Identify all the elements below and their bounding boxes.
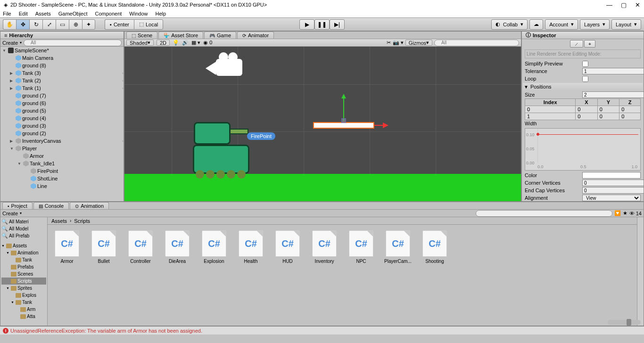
scene-viewport[interactable]: FirePoint	[124, 47, 521, 201]
hierarchy-tab[interactable]: ≡Hierarchy	[0, 32, 124, 39]
loop-check[interactable]	[582, 76, 588, 82]
project-folder[interactable]: Prefabs	[1, 263, 46, 270]
hierarchy-tree[interactable]: ▼SampleScene*Main Cameraground (8)▶Tank …	[0, 47, 124, 201]
project-folder[interactable]: ▼Sprites	[1, 285, 46, 292]
cloud-button[interactable]: ☁	[529, 19, 543, 30]
hierarchy-item[interactable]: ▼Tank_Idle1	[0, 160, 124, 167]
x-axis-arrow[interactable]	[374, 125, 384, 126]
favorite-item[interactable]: 🔍All Model	[1, 225, 46, 232]
rotate-tool[interactable]: ↻	[29, 19, 42, 30]
hierarchy-create[interactable]: Create	[2, 40, 18, 46]
alignment-select[interactable]: View	[582, 195, 641, 201]
add-point-button[interactable]: +	[584, 40, 595, 48]
positions-size-input[interactable]	[582, 91, 644, 98]
play-button[interactable]: ▶	[299, 19, 314, 30]
scale-tool[interactable]: ⤢	[42, 19, 56, 30]
scrollbar[interactable]	[637, 217, 644, 326]
width-curve[interactable]: 0.10 0.05 0.00 0.0 0.5 1.0	[525, 128, 641, 171]
hierarchy-item[interactable]: ShotLine	[0, 175, 124, 182]
transform-tool[interactable]: ⊕	[69, 19, 82, 30]
hand-tool[interactable]: ✋	[3, 19, 16, 30]
script-asset[interactable]: C#NPC	[347, 230, 375, 264]
script-asset[interactable]: C#Explosion	[200, 230, 228, 264]
tab-scene[interactable]: ⬚ Scene	[126, 32, 157, 39]
hierarchy-item[interactable]: ▶Tank (1)›	[0, 84, 124, 92]
pivot-center[interactable]: ▪ Center	[105, 19, 134, 30]
menu-help[interactable]: Help	[155, 11, 166, 16]
menu-window[interactable]: Window	[129, 11, 148, 16]
shading-mode[interactable]: Shaded ▾	[126, 40, 154, 46]
minimize-button[interactable]: —	[606, 1, 612, 8]
selected-gizmo[interactable]	[313, 122, 374, 129]
2d-toggle[interactable]: 2D	[157, 40, 170, 46]
hierarchy-item[interactable]: ground (7)	[0, 92, 124, 99]
pivot-local[interactable]: ⬚ Local	[134, 19, 163, 30]
positions-table[interactable]: IndexXYZ 0000 1000	[525, 98, 641, 120]
hierarchy-item[interactable]: ground (3)	[0, 122, 124, 130]
gizmos-dropdown[interactable]: Gizmos ▾	[405, 40, 432, 46]
asset-grid[interactable]: C#ArmorC#BulletC#ControllerC#DieAreaC#Ex…	[48, 225, 637, 326]
zoom-slider[interactable]	[608, 320, 641, 325]
scene-search[interactable]	[434, 40, 519, 46]
hierarchy-item[interactable]: ground (8)	[0, 62, 124, 69]
positions-header[interactable]: ▼ Positions	[523, 83, 643, 90]
project-folder[interactable]: Arm	[1, 306, 46, 313]
y-axis-arrow[interactable]	[343, 98, 344, 121]
tab-project[interactable]: ▪ Project	[2, 202, 33, 209]
script-asset[interactable]: C#Health	[237, 230, 264, 264]
hierarchy-item[interactable]: ground (6)	[0, 99, 124, 107]
tab-game[interactable]: 🎮 Game	[204, 32, 236, 39]
hierarchy-item[interactable]: Main Camera	[0, 54, 124, 62]
project-tree[interactable]: 🔍All Materi🔍All Model🔍All Prefab▼Assets▼…	[0, 217, 48, 326]
project-folder[interactable]: ▼Animation	[1, 249, 46, 256]
menu-assets[interactable]: Assets	[35, 11, 51, 16]
edit-points-button[interactable]: ⟋	[570, 40, 583, 48]
script-asset[interactable]: C#Inventory	[311, 230, 338, 264]
rect-tool[interactable]: ▭	[56, 19, 69, 30]
hierarchy-item[interactable]: ▶Tank (3)›	[0, 69, 124, 77]
script-asset[interactable]: C#PlayerCam...	[384, 230, 412, 264]
collab-dropdown[interactable]: ◐ Collab ▾	[491, 19, 528, 30]
hierarchy-item[interactable]: Armor	[0, 152, 124, 160]
project-folder[interactable]: ▼Tank	[1, 299, 46, 306]
script-asset[interactable]: C#Armor	[53, 230, 81, 264]
audio-icon[interactable]: 🔊	[182, 40, 189, 46]
breadcrumb[interactable]: Assets › Scripts	[48, 217, 637, 225]
hierarchy-item[interactable]: ground (2)	[0, 130, 124, 137]
menu-edit[interactable]: Edit	[19, 11, 28, 16]
script-asset[interactable]: C#Bullet	[90, 230, 117, 264]
tab-animator[interactable]: ⟳ Animator	[237, 32, 274, 39]
maximize-button[interactable]: ▢	[621, 1, 627, 8]
lighting-icon[interactable]: 💡	[173, 40, 179, 46]
tab-console[interactable]: ▤ Console	[33, 202, 69, 209]
favorite-item[interactable]: 🔍All Prefab	[1, 232, 46, 239]
account-dropdown[interactable]: Account ▾	[545, 19, 578, 30]
layout-dropdown[interactable]: Layout ▾	[611, 19, 641, 30]
endcap-vertices-input[interactable]	[582, 187, 644, 194]
hierarchy-item[interactable]: FirePoint	[0, 167, 124, 175]
hierarchy-item[interactable]: ▼Player	[0, 145, 124, 152]
project-create[interactable]: Create	[2, 211, 18, 216]
hidden-icon[interactable]: 👁 14	[629, 211, 642, 216]
gizmo-visibility-icon[interactable]: ◉ 0	[203, 40, 212, 46]
pause-button[interactable]: ❚❚	[314, 19, 330, 30]
script-asset[interactable]: C#DieArea	[164, 230, 191, 264]
project-folder[interactable]: Atta	[1, 313, 46, 320]
hierarchy-item[interactable]: ▶InventoryCanvas›	[0, 137, 124, 145]
menu-component[interactable]: Component	[95, 11, 122, 16]
hierarchy-search[interactable]	[24, 40, 122, 46]
move-tool[interactable]: ✥	[16, 19, 29, 30]
corner-vertices-input[interactable]	[582, 180, 644, 186]
project-folder[interactable]: ▼Assets	[1, 242, 46, 249]
color-field[interactable]	[582, 172, 641, 179]
tool-icon[interactable]: ✂	[387, 40, 391, 46]
project-folder[interactable]: Scenes	[1, 270, 46, 278]
fx-icon[interactable]: ▦ ▾	[191, 40, 200, 46]
script-asset[interactable]: C#Shooting	[421, 230, 448, 264]
xy-plane-handle[interactable]	[341, 118, 346, 123]
custom-tool[interactable]: ✦	[82, 19, 95, 30]
project-folder[interactable]: Explos	[1, 292, 46, 299]
tab-animation[interactable]: ⊙ Animation	[70, 202, 109, 209]
step-button[interactable]: ▶|	[330, 19, 345, 30]
inspector-tab[interactable]: ⓘInspector	[522, 32, 644, 39]
